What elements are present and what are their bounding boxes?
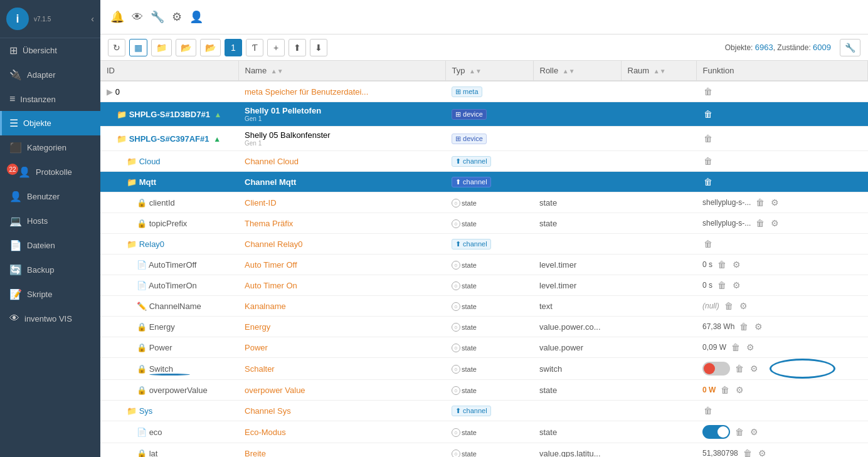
row-name: Breite <box>238 443 445 458</box>
settings-button[interactable]: ⚙ <box>738 300 749 312</box>
row-role: state <box>533 421 621 443</box>
row-id: 🔒 clientId <box>100 192 238 213</box>
delete-button[interactable]: 🗑 <box>742 447 753 457</box>
eco-toggle[interactable] <box>702 425 730 439</box>
settings-button[interactable]: ⚙ <box>753 320 764 333</box>
sidebar-item-hosts[interactable]: 💻 Hosts <box>0 209 100 233</box>
sidebar-item-adapter[interactable]: 🔌 Adapter <box>0 63 100 87</box>
settings-wrench-button[interactable]: 🔧 <box>840 39 860 56</box>
delete-button[interactable]: 🗑 <box>702 404 714 417</box>
eye-icon[interactable]: 👁 <box>132 11 143 24</box>
column-typ[interactable]: Typ ▲▼ <box>445 61 533 81</box>
state-badge: ○ state <box>452 261 477 270</box>
row-id: 🔒 lat <box>100 443 238 458</box>
delete-button[interactable]: 🗑 <box>702 132 714 145</box>
refresh-button[interactable]: ↻ <box>108 39 125 56</box>
columns-view-button[interactable]: ▦ <box>129 39 147 56</box>
sidebar-item-kategorien[interactable]: ⬛ Kategorien <box>0 135 100 160</box>
settings-button[interactable]: ⚙ <box>731 279 742 292</box>
delete-button[interactable]: 🗑 <box>702 238 714 250</box>
table-row: 📁 Relay0 Channel Relay0 ⬆ channel 🗑 <box>100 234 868 255</box>
folder-closed-button[interactable]: 📁 <box>151 39 172 56</box>
sidebar-item-backup[interactable]: 🔄 Backup <box>0 258 100 282</box>
row-actions: 🗑 <box>702 238 862 250</box>
folder-open-button-2[interactable]: 📂 <box>200 39 221 56</box>
row-type: ⬆ channel <box>445 401 533 421</box>
delete-button[interactable]: 🗑 <box>730 341 741 354</box>
sidebar-item-benutzer[interactable]: 👤 Benutzer <box>0 184 100 209</box>
row-type: ○ state <box>445 296 533 317</box>
user-icon[interactable]: 👤 <box>189 10 203 24</box>
switch-toggle[interactable] <box>702 362 730 376</box>
folder-open-button-1[interactable]: 📂 <box>176 39 196 56</box>
state-badge: ○ state <box>452 428 477 437</box>
sidebar-item-label: Dateien <box>27 241 55 250</box>
row-type: ○ state <box>445 317 533 337</box>
file-icon: 📄 <box>137 281 149 290</box>
table-row: 🔒 Energy Energy ○ state value.power.co..… <box>100 317 868 337</box>
collapse-button[interactable]: ‹ <box>91 14 94 24</box>
column-raum[interactable]: Raum ▲▼ <box>621 61 696 81</box>
skripte-icon: 📝 <box>9 288 22 300</box>
sidebar-item-dateien[interactable]: 📄 Dateien <box>0 233 100 258</box>
add-button[interactable]: + <box>267 39 285 56</box>
column-funktion[interactable]: Funktion <box>696 61 868 81</box>
column-name[interactable]: Name ▲▼ <box>238 61 445 81</box>
settings-button[interactable]: ⚙ <box>749 426 760 438</box>
row-name: Auto Timer On <box>238 275 445 296</box>
name-sort-icon: ▲▼ <box>271 68 283 75</box>
sidebar-item-instanzen[interactable]: ≡ Instanzen <box>0 87 100 111</box>
sidebar-item-label: Benutzer <box>27 192 60 201</box>
settings-button[interactable]: ⚙ <box>749 362 760 375</box>
row-id: 📄 AutoTimerOn <box>100 275 238 296</box>
delete-button[interactable]: 🗑 <box>734 426 745 438</box>
delete-button[interactable]: 🗑 <box>716 258 728 271</box>
delete-button[interactable]: 🗑 <box>702 155 714 167</box>
wrench-icon[interactable]: 🔧 <box>151 10 164 24</box>
delete-button[interactable]: 🗑 <box>738 320 749 333</box>
badge-button[interactable]: 1 <box>225 39 242 56</box>
download-button[interactable]: ⬇ <box>310 39 327 56</box>
row-id: 📁 Sys <box>100 401 238 421</box>
upload-button[interactable]: ⬆ <box>288 39 306 56</box>
sidebar-item-objekte[interactable]: ☰ Objekte <box>0 111 100 135</box>
settings-button[interactable]: ⚙ <box>757 447 768 457</box>
settings-button[interactable]: ⚙ <box>734 384 745 396</box>
folder-icon: 📁 <box>117 134 129 144</box>
font-button[interactable]: Ƭ <box>246 39 263 56</box>
sidebar-item-inventwo[interactable]: 👁 inventwo VIS <box>0 307 100 330</box>
table-row: 📄 AutoTimerOff Auto Timer Off ○ state le… <box>100 255 868 275</box>
sidebar-item-skripte[interactable]: 📝 Skripte <box>0 282 100 307</box>
settings-button[interactable]: ⚙ <box>731 258 742 271</box>
settings-button[interactable]: ⚙ <box>745 341 756 354</box>
delete-button[interactable]: 🗑 <box>702 85 714 98</box>
delete-button[interactable]: 🗑 <box>719 384 731 396</box>
type-badge: ⬆ channel <box>452 156 491 167</box>
delete-button[interactable]: 🗑 <box>754 196 766 209</box>
row-id: 🔒 Power <box>100 337 238 358</box>
folder-icon: 📁 <box>117 110 129 119</box>
delete-button[interactable]: 🗑 <box>734 362 745 375</box>
file-edit-icon: ✏️ <box>137 302 149 311</box>
column-rolle[interactable]: Rolle ▲▼ <box>533 61 621 81</box>
row-type: ○ state <box>445 421 533 443</box>
delete-button[interactable]: 🗑 <box>702 108 714 120</box>
column-id[interactable]: ID <box>100 61 238 81</box>
sidebar-item-protokolle[interactable]: 22 👤 Protokolle <box>0 160 100 184</box>
delete-button[interactable]: 🗑 <box>754 217 766 229</box>
settings-icon[interactable]: ⚙ <box>172 10 182 24</box>
sidebar-item-uebersicht[interactable]: ⊞ Übersicht <box>0 38 100 63</box>
delete-button[interactable]: 🗑 <box>723 300 734 312</box>
delete-button[interactable]: 🗑 <box>702 176 714 188</box>
row-actions: 🗑 <box>702 108 862 120</box>
row-name: Thema Präfix <box>238 213 445 234</box>
state-badge: ○ state <box>452 449 477 457</box>
settings-button[interactable]: ⚙ <box>770 217 780 229</box>
settings-button[interactable]: ⚙ <box>770 196 780 209</box>
objects-table: ID Name ▲▼ Typ ▲▼ Rolle ▲▼ R <box>100 61 868 457</box>
row-value: 0 s <box>702 281 712 290</box>
bell-icon[interactable]: 🔔 <box>110 10 124 24</box>
row-actions: 0 s 🗑 ⚙ <box>702 258 862 271</box>
row-role: switch <box>533 358 621 380</box>
delete-button[interactable]: 🗑 <box>716 279 728 292</box>
